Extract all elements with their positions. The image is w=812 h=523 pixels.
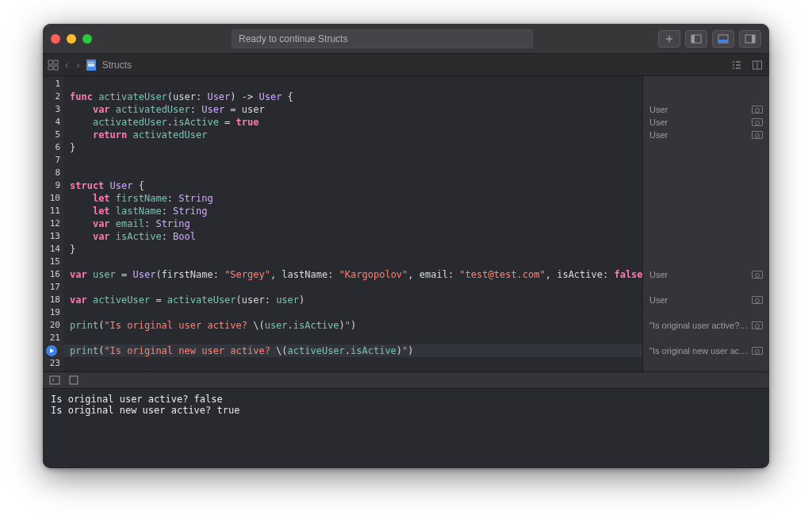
editor-area: 12345678910111213141516171819202123 func… [43, 76, 769, 371]
code-line[interactable]: activatedUser.isActive = true [63, 116, 642, 129]
code-line[interactable]: var activeUser = activateUser(user: user… [63, 294, 642, 306]
code-line[interactable]: var user = User(firstName: "Sergey", las… [63, 268, 642, 281]
line-number: 6 [43, 141, 63, 154]
line-number: 7 [43, 154, 63, 167]
quicklook-icon[interactable] [752, 347, 763, 355]
nav-forward-button[interactable]: › [75, 59, 81, 71]
jump-bar: ‹ › Structs [43, 54, 769, 76]
result-text: "Is original user active?… [649, 321, 752, 330]
line-number: 2 [43, 90, 63, 103]
code-line[interactable]: print("Is original new user active? \(ac… [63, 344, 642, 357]
code-line[interactable]: var activatedUser: User = user [63, 103, 642, 116]
line-number: 1 [43, 78, 63, 90]
console-output[interactable]: Is original user active? false Is origin… [43, 389, 769, 468]
line-number: 13 [43, 230, 63, 243]
result-row[interactable]: User [643, 116, 769, 129]
code-line[interactable]: var email: String [63, 217, 642, 230]
quicklook-icon[interactable] [752, 118, 763, 126]
quicklook-icon[interactable] [752, 106, 763, 113]
code-line[interactable]: return activatedUser [63, 129, 642, 141]
line-number: 8 [43, 167, 63, 179]
add-tab-button[interactable] [658, 30, 680, 48]
code-line[interactable]: let lastName: String [63, 205, 642, 217]
panel-toggle-bottom[interactable] [712, 30, 734, 48]
nav-back-button[interactable]: ‹ [63, 59, 70, 71]
titlebar: Ready to continue Structs [43, 24, 769, 54]
svg-rect-9 [54, 60, 58, 64]
debug-bar [43, 371, 769, 389]
result-row [643, 281, 769, 294]
svg-rect-5 [718, 40, 728, 43]
svg-rect-10 [48, 66, 52, 70]
quicklook-icon[interactable] [752, 131, 763, 139]
result-text: User [649, 295, 752, 305]
line-number: 10 [43, 192, 63, 205]
activity-status-text: Ready to continue Structs [239, 33, 347, 44]
code-line[interactable] [63, 306, 642, 319]
assistant-editor-icon[interactable] [750, 58, 764, 72]
titlebar-right-controls [658, 30, 761, 48]
outline-icon[interactable] [730, 58, 744, 72]
line-number: 19 [43, 306, 63, 319]
code-line[interactable]: struct User { [63, 179, 642, 192]
line-number: 23 [43, 357, 63, 370]
code-line[interactable]: } [63, 243, 642, 256]
svg-rect-21 [70, 376, 78, 384]
line-number-gutter: 12345678910111213141516171819202123 [43, 76, 63, 371]
result-row[interactable]: "Is original new user ac… [643, 344, 769, 357]
activity-status-field: Ready to continue Structs [232, 29, 533, 48]
code-line[interactable] [63, 357, 642, 370]
fullscreen-window-button[interactable] [82, 34, 92, 44]
result-row[interactable]: User [643, 294, 769, 306]
xcode-playground-window: Ready to continue Structs ‹ › [43, 24, 769, 468]
code-line[interactable]: func activateUser(user: User) -> User { [63, 90, 642, 103]
line-number: 11 [43, 205, 63, 217]
code-line[interactable] [63, 78, 642, 90]
result-row [643, 167, 769, 179]
result-row[interactable]: User [643, 268, 769, 281]
result-text: User [649, 130, 752, 140]
result-text: "Is original new user ac… [649, 346, 752, 356]
code-line[interactable] [63, 332, 642, 344]
line-number: 5 [43, 129, 63, 141]
close-window-button[interactable] [51, 34, 60, 44]
code-line[interactable] [63, 256, 642, 268]
result-text: User [649, 117, 752, 127]
result-row [643, 306, 769, 319]
line-number: 16 [43, 268, 63, 281]
code-line[interactable] [63, 154, 642, 167]
run-line-indicator[interactable] [46, 345, 57, 356]
code-line[interactable] [63, 281, 642, 294]
quicklook-icon[interactable] [752, 296, 763, 304]
result-row[interactable]: User [643, 103, 769, 116]
result-row [643, 154, 769, 167]
result-row[interactable]: User [643, 129, 769, 141]
code-line[interactable]: } [63, 141, 642, 154]
minimize-window-button[interactable] [67, 34, 76, 44]
line-number: 20 [43, 319, 63, 332]
code-line[interactable]: var isActive: Bool [63, 230, 642, 243]
quicklook-icon[interactable] [752, 271, 763, 279]
result-row [643, 243, 769, 256]
variables-view-icon[interactable] [68, 375, 79, 386]
source-editor[interactable]: func activateUser(user: User) -> User { … [63, 76, 642, 371]
panel-toggle-right[interactable] [739, 30, 761, 48]
code-line[interactable]: print("Is original user active? \(user.i… [63, 319, 642, 332]
line-number: 3 [43, 103, 63, 116]
panel-toggle-left[interactable] [685, 30, 707, 48]
result-row [643, 192, 769, 205]
line-number: 14 [43, 243, 63, 256]
result-row [643, 256, 769, 268]
line-number: 21 [43, 332, 63, 344]
line-number: 17 [43, 281, 63, 294]
console-toggle-icon[interactable] [49, 375, 60, 386]
related-items-icon[interactable] [48, 60, 59, 71]
result-row[interactable]: "Is original user active?… [643, 319, 769, 332]
code-line[interactable]: let firstName: String [63, 192, 642, 205]
line-number [43, 344, 63, 357]
result-row [643, 230, 769, 243]
result-row [643, 141, 769, 154]
quicklook-icon[interactable] [752, 321, 763, 329]
breadcrumb-filename[interactable]: Structs [102, 60, 132, 71]
code-line[interactable] [63, 167, 642, 179]
